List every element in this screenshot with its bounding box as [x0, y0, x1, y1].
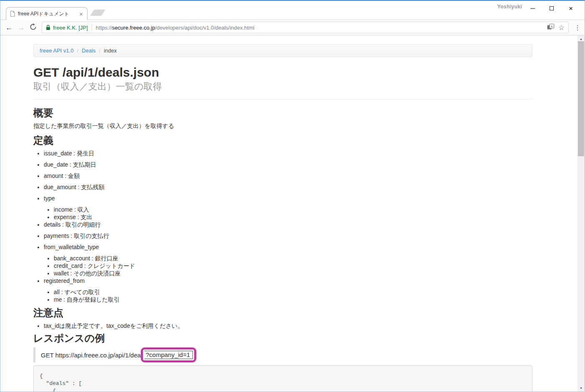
address-bar[interactable]: freee K.K. [JP] https://secure.freee.co.… — [42, 22, 569, 33]
list-item: issue_date : 発生日 — [44, 150, 532, 157]
close-button[interactable]: × — [561, 3, 580, 14]
close-icon: × — [569, 5, 573, 12]
secure-lock-icon[interactable] — [46, 25, 50, 30]
url-path: /developers/api/doc/v1.0/deals/index.htm… — [155, 25, 254, 31]
page-subtitle: 取引（収入／支出）一覧の取得 — [33, 81, 532, 92]
notes-list: tax_idは廃止予定です。tax_codeをご利用ください。 — [33, 322, 532, 330]
vertical-scrollbar[interactable]: ▲ ▼ — [578, 35, 585, 392]
list-item: tax_idは廃止予定です。tax_codeをご利用ください。 — [44, 322, 532, 330]
maximize-icon — [550, 6, 554, 10]
scrollbar-thumb[interactable] — [578, 41, 584, 156]
section-heading-response-example: レスポンスの例 — [33, 332, 532, 344]
forward-button: → — [15, 24, 27, 31]
highlight-annotation-box: ?company_id=1 — [141, 347, 196, 362]
list-item: payments : 取引の支払行 — [44, 232, 532, 240]
web-page: freee API v1.0/Deals/index GET /api/1/de… — [0, 35, 578, 392]
section-heading-notes: 注意点 — [33, 307, 532, 319]
profile-name[interactable]: Yoshiyuki — [498, 4, 522, 10]
url-text[interactable]: https://secure.freee.co.jp/developers/ap… — [96, 25, 547, 31]
maximize-button[interactable] — [542, 3, 561, 14]
list-item: amount : 金額 — [44, 172, 532, 180]
highlighted-query-param: ?company_id=1 — [144, 351, 193, 359]
breadcrumb: freee API v1.0/Deals/index — [33, 44, 532, 57]
page-favicon-icon — [10, 10, 15, 17]
list-item: due_amount : 支払残額 — [44, 183, 532, 191]
browser-window: freee APIドキュメント × Yoshiyuki × ← → — [0, 0, 585, 392]
list-item: expense : 支出 — [54, 213, 532, 221]
minimize-button[interactable] — [523, 3, 542, 14]
list-item: me : 自身が登録した取引 — [54, 296, 532, 303]
list-item: due_date : 支払期日 — [44, 161, 532, 168]
breadcrumb-separator: / — [99, 47, 101, 54]
list-item: income : 収入 — [54, 206, 532, 213]
minimize-icon — [530, 8, 535, 9]
url-host: secure.freee.co.jp — [112, 25, 155, 31]
breadcrumb-separator: / — [77, 47, 79, 54]
omnibox-separator — [92, 24, 92, 31]
list-item: credit_card : クレジットカード — [54, 262, 532, 270]
list-item: type income : 収入 expense : 支出 — [44, 195, 532, 221]
section-heading-overview: 概要 — [33, 107, 532, 119]
list-item: registered_from all : すべての取引 me : 自身が登録し… — [44, 277, 532, 303]
svg-text:A: A — [550, 25, 553, 28]
reload-button[interactable] — [27, 23, 39, 32]
tab-title: freee APIドキュメント — [18, 10, 76, 17]
translate-icon[interactable]: A — [547, 24, 554, 31]
example-request-line: GET https://api.freee.co.jp/api/1/deals?… — [33, 347, 532, 362]
response-code-block: { "deals" : [ { "id" : 101 — [33, 365, 532, 392]
divider — [33, 99, 532, 100]
list-item: wallet : その他の決済口座 — [54, 270, 532, 277]
page-viewport: freee API v1.0/Deals/index GET /api/1/de… — [0, 35, 585, 392]
browser-toolbar: ← → freee K.K. [JP] https://secure.freee… — [0, 20, 585, 35]
nested-list: all : すべての取引 me : 自身が登録した取引 — [44, 288, 532, 303]
title-bar: freee APIドキュメント × Yoshiyuki × — [0, 1, 585, 20]
list-item: bank_account : 銀行口座 — [54, 255, 532, 262]
breadcrumb-current: index — [104, 47, 117, 54]
tab-close-icon[interactable]: × — [78, 11, 84, 17]
list-item: from_walletable_type bank_account : 銀行口座… — [44, 243, 532, 277]
overview-text: 指定した事業所の取引一覧（収入／支出）を取得する — [33, 122, 532, 130]
browser-menu-icon[interactable]: ⋮ — [573, 24, 582, 32]
browser-tab[interactable]: freee APIドキュメント × — [6, 7, 88, 20]
url-scheme: https:// — [96, 25, 112, 31]
section-heading-definitions: 定義 — [33, 135, 532, 146]
new-tab-button[interactable] — [90, 10, 105, 16]
request-url-text: GET https://api.freee.co.jp/api/1/deals — [41, 352, 145, 359]
window-controls: × — [523, 3, 580, 14]
nested-list: income : 収入 expense : 支出 — [44, 206, 532, 221]
definitions-list: issue_date : 発生日 due_date : 支払期日 amount … — [33, 150, 532, 303]
back-button[interactable]: ← — [3, 24, 15, 31]
security-badge[interactable]: freee K.K. [JP] — [53, 25, 88, 31]
breadcrumb-link-api-root[interactable]: freee API v1.0 — [40, 47, 74, 54]
nested-list: bank_account : 銀行口座 credit_card : クレジットカ… — [44, 255, 532, 277]
scroll-up-icon[interactable]: ▲ — [578, 36, 585, 42]
breadcrumb-link-deals[interactable]: Deals — [82, 47, 95, 54]
list-item: all : すべての取引 — [54, 288, 532, 296]
list-item: details : 取引の明細行 — [44, 221, 532, 228]
bookmark-star-icon[interactable]: ☆ — [558, 24, 565, 31]
page-title: GET /api/1/deals.json — [33, 65, 532, 80]
scroll-down-icon[interactable]: ▼ — [578, 385, 585, 391]
